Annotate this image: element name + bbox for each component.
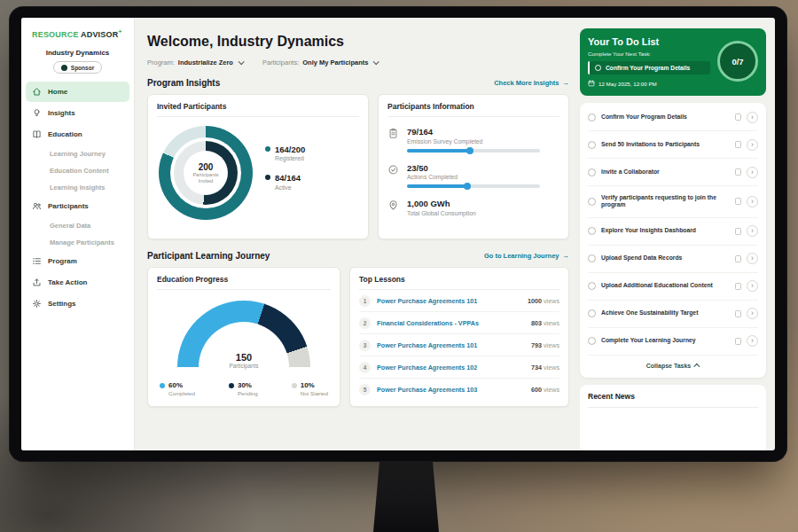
- sidebar-item-take-action[interactable]: Take Action: [21, 272, 134, 293]
- card-title: Participants Information: [387, 102, 559, 117]
- sidebar-item-education[interactable]: Education: [21, 124, 134, 145]
- brand-secondary: ADVISOR: [81, 30, 118, 39]
- gear-icon: [32, 299, 42, 309]
- task-row[interactable]: Upload Additional Educational Content ›: [588, 273, 758, 301]
- todo-summary-card: Your To Do List Complete Your Next Task:…: [580, 28, 766, 96]
- page-title: Welcome, Industry Dynamics: [147, 34, 569, 50]
- task-label: Verify participants requesting to join t…: [601, 194, 730, 210]
- metric-label: Total Global Consumption: [407, 210, 476, 216]
- education-progress-card: Education Progress 150 Participants: [147, 267, 340, 407]
- emission-survey-row: 79/164 Emission Survey Completed: [387, 127, 559, 153]
- task-row[interactable]: Confirm Your Program Details ›: [588, 104, 758, 131]
- link-label: Check More Insights: [494, 79, 559, 87]
- task-row[interactable]: Complete Your Learning Journey ›: [588, 328, 758, 356]
- metric-value: 23/50: [407, 163, 540, 173]
- sidebar-item-label: Learning Insights: [50, 184, 106, 192]
- chevron-right-icon[interactable]: ›: [747, 253, 758, 264]
- not-started-dot: [292, 383, 297, 388]
- chevron-right-icon[interactable]: ›: [747, 139, 758, 151]
- participants-filter[interactable]: Participants: Only My Participants: [262, 59, 378, 66]
- lesson-link[interactable]: Financial Considerations - VPPAs: [377, 319, 525, 327]
- chevron-right-icon[interactable]: ›: [747, 335, 758, 347]
- checkbox-icon[interactable]: [588, 113, 596, 121]
- gauge-center: 150 Participants: [177, 352, 310, 369]
- calendar-icon: [588, 80, 595, 87]
- legend-value: 30%: [238, 381, 258, 389]
- collapse-label: Collapse Tasks: [646, 363, 691, 369]
- collapse-tasks-button[interactable]: Collapse Tasks: [588, 356, 758, 377]
- sidebar-item-general-data[interactable]: General Data: [21, 217, 134, 233]
- donut-legend: 164/200 Registered 84/164 Active: [265, 145, 305, 202]
- gauge-legend: 60% Completed 30% Pending: [157, 381, 331, 396]
- sidebar-item-insights[interactable]: Insights: [21, 103, 134, 123]
- invited-donut-chart: 200 Participants Invited: [159, 126, 253, 220]
- lesson-link[interactable]: Power Purchase Agreements 101: [377, 341, 525, 349]
- sidebar-item-education-content[interactable]: Education Content: [21, 162, 134, 178]
- lesson-row: 4 Power Purchase Agreements 102 734 view…: [359, 356, 559, 379]
- legend-label: Completed: [168, 390, 195, 396]
- main-content: Welcome, Industry Dynamics Program: Indu…: [135, 18, 580, 450]
- sidebar-item-settings[interactable]: Settings: [21, 293, 134, 314]
- task-label: Complete Your Learning Journey: [601, 337, 730, 345]
- task-row[interactable]: Achieve One Sustainability Target ›: [588, 301, 758, 328]
- lesson-row: 2 Financial Considerations - VPPAs 803 v…: [359, 312, 559, 334]
- section-title-learning-journey: Participant Learning Journey: [147, 251, 270, 261]
- check-circle-icon: [387, 164, 399, 176]
- sidebar-item-learning-insights[interactable]: Learning Insights: [21, 179, 134, 195]
- lesson-link[interactable]: Power Purchase Agreements 102: [377, 364, 525, 372]
- arrow-right-icon: →: [563, 252, 570, 260]
- legend-item-active: 84/164 Active: [265, 173, 305, 191]
- check-more-insights-link[interactable]: Check More Insights →: [494, 79, 569, 87]
- chevron-right-icon[interactable]: ›: [747, 112, 758, 123]
- task-row[interactable]: Verify participants requesting to join t…: [588, 186, 758, 218]
- lesson-rank: 3: [359, 340, 371, 351]
- lesson-link[interactable]: Power Purchase Agreements 101: [377, 297, 521, 305]
- chevron-right-icon[interactable]: ›: [747, 280, 758, 292]
- task-detail-icon: [735, 141, 741, 148]
- next-task-row[interactable]: Confirm Your Program Details: [588, 61, 710, 74]
- legend-label: Registered: [275, 155, 305, 161]
- participants-information-card: Participants Information 79/164 Emission…: [378, 94, 569, 239]
- chevron-right-icon[interactable]: ›: [747, 196, 758, 207]
- sidebar-item-program[interactable]: Program: [21, 251, 134, 271]
- lesson-row: 5 Power Purchase Agreements 103 600 view…: [359, 379, 559, 400]
- lesson-rank: 5: [359, 384, 371, 395]
- monitor-bezel: RESOURCE ADVISOR+ Industry Dynamics Spon…: [9, 6, 787, 462]
- go-to-learning-journey-link[interactable]: Go to Learning Journey →: [484, 252, 569, 260]
- chevron-right-icon[interactable]: ›: [747, 308, 758, 319]
- sidebar-item-home[interactable]: Home: [26, 82, 129, 102]
- chevron-right-icon[interactable]: ›: [747, 225, 758, 237]
- task-row[interactable]: Upload Spend Data Records ›: [588, 246, 758, 273]
- gauge-center-value: 150: [177, 352, 310, 363]
- task-row[interactable]: Explore Your Insights Dashboard ›: [588, 218, 758, 246]
- checkbox-icon[interactable]: [588, 141, 596, 149]
- sidebar-item-learning-journey[interactable]: Learning Journey: [21, 145, 134, 161]
- lesson-link[interactable]: Power Purchase Agreements 103: [377, 386, 525, 394]
- chevron-right-icon[interactable]: ›: [747, 167, 758, 178]
- gauge-center-label: Participants: [177, 363, 310, 369]
- checkbox-icon[interactable]: [588, 254, 596, 262]
- checkbox-icon[interactable]: [588, 309, 596, 317]
- task-row[interactable]: Invite a Collaborator ›: [588, 159, 758, 186]
- task-row[interactable]: Send 50 Invitations to Participants ›: [588, 131, 758, 159]
- checkbox-icon[interactable]: [588, 282, 596, 290]
- legend-value: 60%: [168, 381, 195, 389]
- program-filter[interactable]: Program: Industrialize Zero: [147, 59, 243, 66]
- metric-value: 1,000 GWh: [407, 199, 476, 208]
- sidebar-item-participants[interactable]: Participants: [21, 196, 134, 216]
- filters-row: Program: Industrialize Zero Participants…: [147, 59, 569, 66]
- todo-title: Your To Do List: [588, 36, 710, 47]
- checkbox-icon[interactable]: [595, 65, 601, 71]
- actions-completed-row: 23/50 Actions Completed: [387, 163, 559, 189]
- lesson-rank: 1: [359, 295, 371, 307]
- checkbox-icon[interactable]: [588, 198, 596, 206]
- lesson-row: 3 Power Purchase Agreements 101 793 view…: [359, 334, 559, 356]
- card-title: Top Lessons: [359, 275, 559, 290]
- sidebar-item-manage-participants[interactable]: Manage Participants: [21, 234, 134, 250]
- checkbox-icon[interactable]: [588, 168, 596, 176]
- sponsor-badge[interactable]: Sponsor: [53, 61, 102, 74]
- checkbox-icon[interactable]: [588, 227, 596, 235]
- donut-center-label: Participants Invited: [187, 172, 224, 184]
- checkbox-icon[interactable]: [588, 337, 596, 345]
- dashboard-screen: RESOURCE ADVISOR+ Industry Dynamics Spon…: [21, 18, 775, 450]
